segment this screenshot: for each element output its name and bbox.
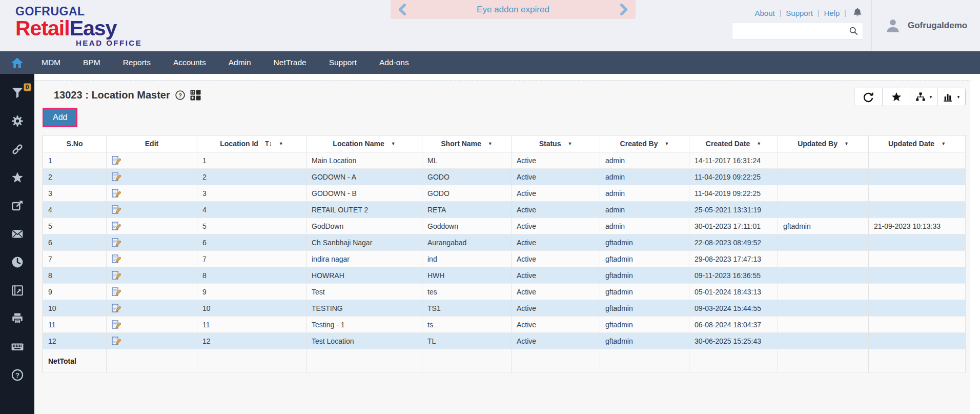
edit-button[interactable] xyxy=(112,222,121,231)
column-label: Short Name xyxy=(441,140,481,148)
add-button[interactable]: Add xyxy=(44,109,76,126)
nav-item-add-ons[interactable]: Add-ons xyxy=(379,58,409,67)
nav-item-bpm[interactable]: BPM xyxy=(83,58,100,67)
nav-item-support[interactable]: Support xyxy=(329,58,357,67)
edit-button[interactable] xyxy=(112,271,121,280)
chart-view-button[interactable]: ▼ xyxy=(937,88,965,106)
nav-item-accounts[interactable]: Accounts xyxy=(173,58,206,67)
grid-shortcut-icon[interactable] xyxy=(190,90,201,101)
nav-item-reports[interactable]: Reports xyxy=(123,58,151,67)
link-icon[interactable] xyxy=(11,143,24,156)
logo-brand: GOFRUGAL xyxy=(15,6,142,17)
cell-updated_by xyxy=(778,185,869,202)
filter-caret-icon[interactable]: ▼ xyxy=(665,141,669,146)
table-row: 5 5GodDownGoddownActiveadmin30-01-2023 1… xyxy=(43,218,966,234)
edit-button[interactable] xyxy=(112,320,121,329)
cell-location_name: GodDown xyxy=(307,218,422,234)
column-header-status[interactable]: Status▼ xyxy=(512,135,600,152)
net-total-row: NetTotal xyxy=(43,349,966,373)
search-icon[interactable] xyxy=(848,26,859,36)
share-export-icon[interactable] xyxy=(11,199,24,212)
help-icon[interactable]: ? xyxy=(11,368,24,382)
filter-caret-icon[interactable]: ▼ xyxy=(391,141,396,146)
edit-button[interactable] xyxy=(112,304,121,313)
hierarchy-view-button[interactable]: ▼ xyxy=(910,88,937,106)
column-header-location_name[interactable]: Location Name▼ xyxy=(307,135,422,152)
filter-caret-icon[interactable]: ▼ xyxy=(279,141,283,146)
cell-status: Active xyxy=(512,202,600,218)
nav-item-mdm[interactable]: MDM xyxy=(42,58,60,67)
edit-button[interactable] xyxy=(112,238,121,247)
column-label: Updated Date xyxy=(888,140,934,148)
chevron-down-icon: ▼ xyxy=(956,95,961,100)
cell-created_date: 11-04-2019 09:22:25 xyxy=(689,185,778,202)
home-button[interactable] xyxy=(0,51,34,74)
cell-location_name: Test xyxy=(307,284,422,300)
cell-short_name: TL xyxy=(422,333,512,349)
favorite-button[interactable] xyxy=(882,88,910,106)
cell-short_name: TS1 xyxy=(422,300,512,317)
top-link-about[interactable]: About xyxy=(754,9,774,17)
page-help-icon[interactable]: ? xyxy=(175,90,186,101)
mail-icon[interactable] xyxy=(11,227,24,241)
edit-button[interactable] xyxy=(112,205,121,214)
net-total-cell xyxy=(689,349,778,373)
column-header-created_by[interactable]: Created By▼ xyxy=(600,135,689,152)
column-header-location_id[interactable]: Location IdT↕▼ xyxy=(197,135,307,152)
link-separator: | xyxy=(844,9,846,17)
notification-bell-icon[interactable] xyxy=(852,7,863,18)
refresh-button[interactable] xyxy=(854,88,882,106)
filter-caret-icon[interactable]: ▼ xyxy=(488,141,493,146)
column-header-updated_by[interactable]: Updated By▼ xyxy=(778,135,869,152)
cell-created_by: gftadmin xyxy=(600,300,689,317)
cell-created_date: 05-01-2024 18:43:13 xyxy=(689,284,778,300)
star-favorites-icon[interactable] xyxy=(11,171,24,184)
edit-button[interactable] xyxy=(112,287,121,297)
cell-location_id: 8 xyxy=(197,267,307,284)
cell-updated_date xyxy=(869,333,966,349)
settings-gear-icon[interactable] xyxy=(11,114,24,128)
logo-product-easy: Easy xyxy=(70,16,117,40)
clock-history-icon[interactable] xyxy=(11,255,24,269)
user-menu[interactable]: Gofrugaldemo xyxy=(871,0,980,51)
filter-icon[interactable]: 0 xyxy=(11,86,24,100)
print-icon[interactable] xyxy=(11,312,24,325)
logo-product: RetailEasy xyxy=(15,18,142,39)
column-label: Location Id xyxy=(220,140,258,148)
filter-caret-icon[interactable]: ▼ xyxy=(844,141,849,146)
top-link-support[interactable]: Support xyxy=(786,9,813,17)
cell-created_by: gftadmin xyxy=(600,284,689,300)
column-label: Status xyxy=(539,140,561,148)
cell-sno: 12 xyxy=(43,333,107,349)
next-notification-icon[interactable] xyxy=(619,5,628,14)
cell-updated_by xyxy=(778,202,869,218)
table-row: 1 1Main LocationMLActiveadmin14-11-2017 … xyxy=(43,152,966,169)
cell-created_date: 09-11-2023 16:36:55 xyxy=(689,267,778,284)
column-label: Location Name xyxy=(333,140,384,148)
nav-item-admin[interactable]: Admin xyxy=(229,58,251,67)
column-header-sno: S.No xyxy=(43,135,107,152)
cell-sno: 4 xyxy=(43,202,107,218)
column-header-updated_date[interactable]: Updated Date▼ xyxy=(869,135,966,152)
search-input[interactable] xyxy=(732,23,848,39)
sort-icon[interactable]: T↕ xyxy=(265,140,272,147)
cell-created_date: 09-03-2024 15:44:55 xyxy=(689,300,778,317)
cell-updated_by xyxy=(778,169,869,185)
window-refresh-icon[interactable] xyxy=(11,284,24,297)
prev-notification-icon[interactable] xyxy=(398,5,407,14)
edit-button[interactable] xyxy=(112,189,121,198)
edit-button[interactable] xyxy=(112,254,121,264)
edit-button[interactable] xyxy=(112,156,121,165)
keyboard-icon[interactable] xyxy=(11,340,24,353)
cell-created_date: 14-11-2017 16:31:24 xyxy=(689,152,778,169)
column-header-short_name[interactable]: Short Name▼ xyxy=(422,135,512,152)
edit-button[interactable] xyxy=(112,172,121,182)
cell-updated_date xyxy=(869,267,966,284)
filter-caret-icon[interactable]: ▼ xyxy=(941,141,946,146)
column-header-created_date[interactable]: Created Date▼ xyxy=(689,135,778,152)
top-link-help[interactable]: Help xyxy=(824,9,840,17)
filter-caret-icon[interactable]: ▼ xyxy=(757,141,761,146)
nav-item-nettrade[interactable]: NetTrade xyxy=(274,58,307,67)
edit-button[interactable] xyxy=(112,337,121,346)
filter-caret-icon[interactable]: ▼ xyxy=(567,141,572,146)
